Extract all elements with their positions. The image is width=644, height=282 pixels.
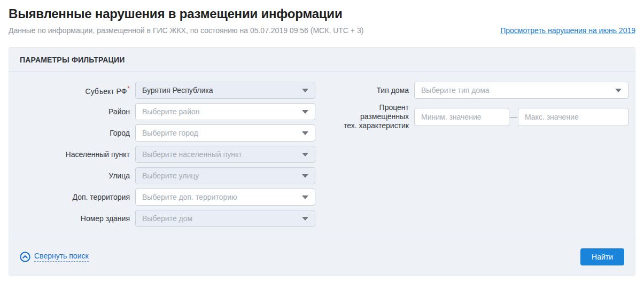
subtitle-row: Данные по информации, размещенной в ГИС … bbox=[9, 26, 635, 35]
field-row-street: Улица Выберите улицу bbox=[20, 167, 315, 184]
filter-panel-footer: Свернуть поиск Найти bbox=[9, 238, 635, 275]
field-row-city: Город Выберите город bbox=[20, 124, 315, 142]
percent-max-input[interactable] bbox=[518, 108, 629, 126]
chevron-down-icon bbox=[302, 195, 308, 199]
page-title: Выявленные нарушения в размещении информ… bbox=[9, 6, 635, 21]
subject-select-value: Бурятия Республика bbox=[142, 86, 213, 95]
field-row-district: Район Выберите район bbox=[20, 103, 315, 120]
street-select-placeholder: Выберите улицу bbox=[142, 171, 199, 180]
chevron-down-icon bbox=[302, 217, 308, 221]
field-row-subject: Субъект РФ* Бурятия Республика bbox=[20, 82, 315, 99]
filter-column-right: Тип дома Выберите тип дома Процент разме… bbox=[331, 82, 629, 135]
chevron-down-icon bbox=[302, 153, 308, 156]
house-type-select-placeholder: Выберите тип дома bbox=[421, 86, 490, 95]
district-label: Район bbox=[20, 107, 130, 116]
settlement-select-placeholder: Выберите населенный пункт bbox=[142, 150, 242, 159]
house-type-select[interactable]: Выберите тип дома bbox=[414, 82, 629, 99]
collapse-search-link[interactable]: Свернуть поиск bbox=[20, 252, 89, 262]
percent-range-inputs: — bbox=[414, 108, 629, 126]
required-asterisk: * bbox=[127, 85, 130, 92]
data-as-of-text: Данные по информации, размещенной в ГИС … bbox=[9, 26, 363, 35]
percent-range-label-line2: тех. характеристик bbox=[344, 121, 409, 130]
district-select-placeholder: Выберите район bbox=[142, 107, 200, 116]
chevron-down-icon bbox=[302, 174, 308, 178]
percent-range-label: Процент размещённых тех. характеристик bbox=[331, 103, 409, 130]
filter-panel: ПАРАМЕТРЫ ФИЛЬТРАЦИИ Субъект РФ* Бурятия… bbox=[9, 47, 635, 276]
street-select[interactable]: Выберите улицу bbox=[135, 167, 315, 184]
violations-page: Выявленные нарушения в размещении информ… bbox=[0, 0, 644, 282]
chevron-down-icon bbox=[302, 89, 308, 92]
subject-select[interactable]: Бурятия Республика bbox=[135, 82, 315, 99]
chevron-up-circle-icon bbox=[20, 252, 30, 262]
chevron-down-icon bbox=[302, 110, 308, 114]
settlement-select[interactable]: Выберите населенный пункт bbox=[135, 146, 315, 163]
additional-territory-label: Доп. территория bbox=[20, 193, 130, 202]
city-select-placeholder: Выберите город bbox=[142, 129, 198, 137]
chevron-down-icon bbox=[615, 89, 622, 92]
filter-column-left: Субъект РФ* Бурятия Республика Район Выб… bbox=[20, 82, 315, 231]
building-number-select-placeholder: Выберите дом bbox=[142, 214, 192, 223]
city-select[interactable]: Выберите город bbox=[135, 124, 315, 142]
house-type-label: Тип дома bbox=[331, 86, 409, 95]
chevron-down-icon bbox=[302, 131, 308, 135]
field-row-building-number: Номер здания Выберите дом bbox=[20, 210, 315, 227]
subject-label-text: Субъект РФ bbox=[86, 87, 127, 96]
field-row-additional-territory: Доп. территория Выберите доп. территорию bbox=[20, 189, 315, 206]
street-label: Улица bbox=[20, 171, 130, 181]
field-row-settlement: Населенный пункт Выберите населенный пун… bbox=[20, 146, 315, 163]
filter-panel-title: ПАРАМЕТРЫ ФИЛЬТРАЦИИ bbox=[9, 48, 635, 72]
filter-panel-body: Субъект РФ* Бурятия Республика Район Выб… bbox=[9, 72, 635, 238]
percent-range-label-line1: Процент размещённых bbox=[360, 103, 409, 121]
range-separator: — bbox=[509, 113, 518, 121]
search-button[interactable]: Найти bbox=[580, 248, 624, 265]
additional-territory-select[interactable]: Выберите доп. территорию bbox=[135, 189, 315, 206]
building-number-label: Номер здания bbox=[20, 214, 130, 223]
district-select[interactable]: Выберите район bbox=[135, 103, 315, 120]
city-label: Город bbox=[20, 129, 130, 138]
settlement-label: Населенный пункт bbox=[20, 150, 130, 159]
collapse-search-label: Свернуть поиск bbox=[34, 252, 89, 262]
building-number-select[interactable]: Выберите дом bbox=[135, 210, 315, 227]
percent-min-input[interactable] bbox=[414, 108, 509, 126]
subject-label: Субъект РФ* bbox=[20, 84, 130, 96]
additional-territory-select-placeholder: Выберите доп. территорию bbox=[142, 193, 237, 201]
view-june-violations-link[interactable]: Просмотреть нарушения на июнь 2019 bbox=[500, 26, 635, 35]
page-header: Выявленные нарушения в размещении информ… bbox=[0, 0, 644, 35]
field-row-percent-range: Процент размещённых тех. характеристик — bbox=[331, 103, 629, 130]
field-row-house-type: Тип дома Выберите тип дома bbox=[331, 82, 629, 99]
